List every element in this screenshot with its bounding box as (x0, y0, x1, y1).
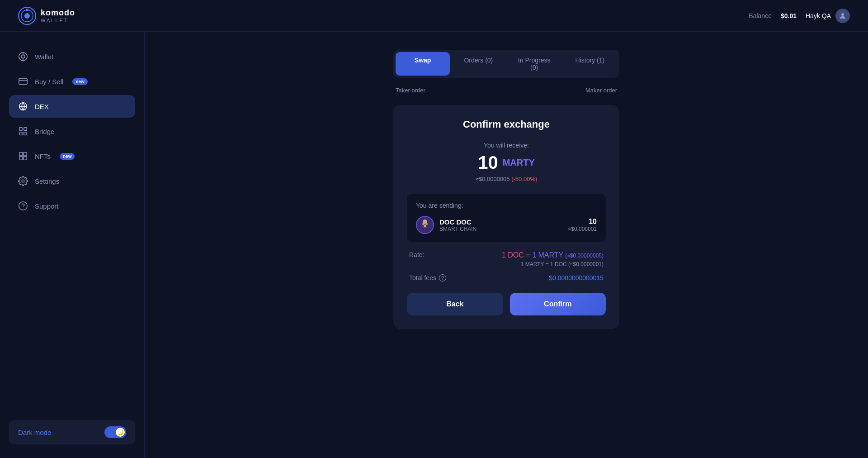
svg-rect-13 (19, 128, 22, 130)
svg-rect-20 (24, 157, 27, 160)
svg-rect-9 (19, 79, 27, 85)
bridge-icon (18, 126, 28, 136)
tab-orders[interactable]: Orders (0) (451, 52, 505, 76)
sidebar-dex-label: DEX (35, 103, 49, 110)
svg-rect-14 (24, 128, 27, 130)
svg-point-22 (19, 202, 27, 210)
sidebar-support-label: Support (35, 202, 59, 210)
sidebar: Wallet Buy / Sell new (0, 32, 145, 458)
confirm-button[interactable]: Confirm (510, 293, 606, 315)
tabs: Swap Orders (0) In Progress (0) History … (393, 50, 619, 78)
svg-point-2 (24, 13, 30, 19)
rate-marty: 1 MARTY (532, 251, 563, 259)
taker-order-label: Taker order (396, 87, 425, 94)
buttons-row: Back Confirm (407, 293, 606, 315)
logo-text: komodo WALLET (41, 8, 75, 23)
confirm-card: Confirm exchange You will receive: 10 MA… (393, 105, 619, 329)
sidebar-wallet-label: Wallet (35, 53, 53, 61)
user-info: Hayk QA (806, 9, 850, 23)
dark-mode-toggle-button[interactable]: 🌙 (104, 426, 126, 438)
svg-point-3 (26, 9, 28, 11)
receive-number: 10 (478, 153, 498, 173)
sending-row: DOC DOC SMART CHAIN 10 ≈$0.000001 (416, 216, 597, 234)
support-icon (18, 201, 28, 211)
logo: komodo WALLET (18, 7, 75, 25)
sending-amount-num: 10 (568, 218, 597, 226)
svg-point-27 (424, 224, 426, 227)
maker-order-label: Maker order (585, 87, 617, 94)
nfts-icon (18, 151, 28, 161)
fees-value: $0.0000000000015 (549, 274, 604, 281)
sidebar-nfts-label: NFTs (35, 153, 51, 160)
sending-amount-usd: ≈$0.000001 (568, 226, 597, 232)
sending-label: You are sending: (416, 202, 597, 209)
sidebar-item-bridge[interactable]: Bridge (9, 120, 135, 143)
back-button[interactable]: Back (407, 293, 503, 315)
toggle-circle: 🌙 (116, 428, 125, 437)
avatar[interactable] (835, 9, 850, 23)
token-names: DOC DOC SMART CHAIN (439, 218, 476, 232)
buy-sell-badge: new (72, 78, 87, 85)
rate-eq: = (526, 251, 532, 259)
logo-icon (18, 7, 36, 25)
token-name: DOC DOC (439, 218, 476, 226)
token-chain: SMART CHAIN (439, 226, 476, 232)
svg-rect-19 (19, 157, 23, 160)
svg-rect-15 (19, 132, 22, 135)
rate-label: Rate: (409, 251, 424, 258)
balance-value: $0.01 (781, 12, 797, 19)
receive-currency: MARTY (503, 157, 535, 168)
sidebar-item-wallet[interactable]: Wallet (9, 45, 135, 68)
logo-wallet: WALLET (41, 18, 75, 23)
svg-rect-18 (24, 153, 27, 156)
fees-row: Total fees ? $0.0000000000015 (407, 274, 606, 281)
content: Swap Orders (0) In Progress (0) History … (145, 32, 868, 458)
rate-values: 1 DOC = 1 MARTY (≈$0.00000005) 1 MARTY =… (502, 251, 604, 267)
nfts-badge: new (60, 153, 75, 160)
fees-label: Total fees ? (409, 274, 446, 281)
confirm-title: Confirm exchange (407, 119, 606, 130)
dex-icon (18, 101, 28, 111)
sidebar-item-buy-sell[interactable]: Buy / Sell new (9, 70, 135, 93)
credit-card-icon (18, 76, 28, 86)
dex-panel: Swap Orders (0) In Progress (0) History … (393, 50, 619, 440)
receive-usd: ≈$0.0000005 (-50.00%) (407, 176, 606, 182)
order-type-bar: Taker order Maker order (393, 87, 619, 94)
receive-percent: (-50.00%) (511, 176, 537, 182)
main-layout: Wallet Buy / Sell new (0, 32, 868, 458)
sending-amount: 10 ≈$0.000001 (568, 218, 597, 232)
rate-main-line: 1 DOC = 1 MARTY (≈$0.00000005) (502, 251, 604, 259)
rate-row: Rate: 1 DOC = 1 MARTY (≈$0.00000005) 1 M… (407, 251, 606, 267)
sidebar-bridge-label: Bridge (35, 128, 54, 135)
token-info: DOC DOC SMART CHAIN (416, 216, 476, 234)
sidebar-item-settings[interactable]: Settings (9, 170, 135, 192)
svg-point-21 (22, 180, 24, 182)
receive-label: You will receive: (407, 142, 606, 149)
rate-approx: (≈$0.00000005) (565, 253, 604, 259)
fees-info-icon[interactable]: ? (439, 274, 446, 281)
sending-box: You are sending: (407, 194, 606, 242)
svg-point-28 (423, 219, 427, 224)
tab-in-progress[interactable]: In Progress (0) (507, 52, 561, 76)
header-right: Balance $0.01 Hayk QA (749, 9, 850, 23)
wallet-icon (18, 52, 28, 62)
svg-point-6 (21, 55, 24, 58)
rate-secondary: 1 MARTY = 1 DOC (≈$0.0000001) (502, 261, 604, 267)
header: komodo WALLET Balance $0.01 Hayk QA (0, 0, 868, 32)
doc-avatar (416, 216, 434, 234)
sidebar-buy-sell-label: Buy / Sell (35, 78, 63, 86)
svg-rect-16 (24, 132, 27, 135)
dark-mode-toggle: Dark mode 🌙 (9, 420, 135, 444)
sidebar-item-nfts[interactable]: NFTs new (9, 145, 135, 167)
tab-history[interactable]: History (1) (563, 52, 617, 76)
tab-swap[interactable]: Swap (396, 52, 450, 76)
settings-icon (18, 176, 28, 186)
receive-section: You will receive: 10 MARTY ≈$0.0000005 (… (407, 142, 606, 182)
sidebar-item-dex[interactable]: DEX (9, 95, 135, 118)
logo-komodo: komodo (41, 8, 75, 18)
dark-mode-label: Dark mode (18, 429, 51, 436)
receive-amount: 10 MARTY (407, 153, 606, 173)
balance-label: Balance (749, 12, 772, 19)
sidebar-item-support[interactable]: Support (9, 195, 135, 217)
svg-rect-17 (19, 153, 23, 156)
